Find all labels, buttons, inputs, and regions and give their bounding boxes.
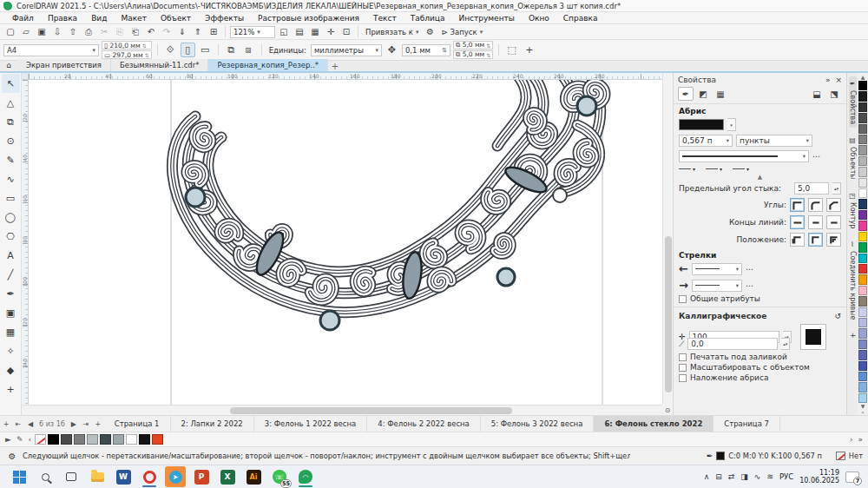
arrow-end-row-combo[interactable]: ▾	[692, 280, 742, 292]
fullscreen-preview-icon[interactable]: ◱	[277, 25, 291, 38]
palette-swatch-15[interactable]	[858, 242, 867, 252]
page-tab-5[interactable]: 6: Фелонь стекло 2022	[594, 416, 713, 432]
interactive-fill-tool[interactable]: ◆	[2, 360, 20, 379]
menu-item-6[interactable]: Растровые изображения	[251, 14, 366, 23]
tray-icon-2[interactable]: ⇄	[728, 472, 735, 481]
document-tab-2[interactable]: Резервная_копия_Резер..*	[208, 59, 328, 71]
scroll-ornament[interactable]	[218, 221, 241, 241]
doc-swatch-9[interactable]	[152, 434, 163, 445]
dimension-tool[interactable]: ╱	[2, 265, 20, 284]
palette-swatch-22[interactable]	[858, 318, 867, 327]
palette-swatch-23[interactable]	[858, 328, 867, 338]
pick-tool[interactable]: ↖	[2, 74, 20, 93]
arrow-end-row-more-button[interactable]: ⋯	[746, 281, 754, 290]
spinner-buttons[interactable]: ▴▾	[832, 182, 841, 195]
doc-swatch-3[interactable]	[74, 434, 85, 445]
pen-tool[interactable]: ✒	[2, 284, 20, 303]
zoom-corner-button[interactable]: ⊙	[662, 405, 673, 415]
palette-swatch-0[interactable]	[858, 81, 867, 90]
palette-swatch-18[interactable]	[858, 274, 867, 284]
task-view-button[interactable]	[61, 466, 82, 487]
horizontal-scrollbar[interactable]	[22, 405, 662, 415]
docker-tab-0[interactable]: ✒Свойства	[849, 76, 857, 128]
scroll-ornament[interactable]	[526, 112, 543, 132]
canvas-area[interactable]: 20406080100120140160180200220240260280 2…	[22, 73, 673, 415]
spinner-buttons[interactable]: ▴▾	[781, 338, 790, 350]
all-pages-button[interactable]: ⧉	[224, 43, 239, 57]
palette-scroll-up-icon[interactable]: ▲	[861, 74, 865, 80]
docker-add-button[interactable]: +	[849, 329, 857, 342]
options-gear-icon[interactable]: ⚙	[423, 25, 437, 38]
scroll-ornament[interactable]	[352, 267, 377, 294]
page-tab-2[interactable]: 3: Фелонь 1 2022 весна	[254, 416, 368, 432]
outline-overlap-checkbox[interactable]	[679, 374, 687, 382]
palette-swatch-8[interactable]	[858, 167, 867, 176]
horizontal-ruler[interactable]: 20406080100120140160180200220240260280	[29, 73, 662, 80]
scroll-ornament[interactable]	[423, 242, 444, 266]
doc-palette-expand[interactable]: »	[856, 435, 865, 444]
bead[interactable]	[497, 268, 515, 286]
page-tab-6[interactable]: Страница 7	[713, 416, 780, 432]
illustrator-button[interactable]: Ai	[243, 466, 264, 487]
palette-swatch-20[interactable]	[858, 296, 867, 306]
scroll-ornament[interactable]	[432, 272, 451, 287]
notification-center-button[interactable]: 7	[845, 472, 859, 483]
palette-swatch-1[interactable]	[858, 91, 867, 101]
powerpoint-button[interactable]: P	[191, 466, 212, 487]
language-indicator[interactable]: РУС	[779, 472, 793, 481]
welcome-screen-icon[interactable]: ⊡	[339, 25, 353, 38]
palette-swatch-13[interactable]	[858, 221, 867, 230]
dot-mini[interactable]: ▾	[733, 166, 749, 172]
start-button[interactable]	[9, 466, 30, 487]
undo-icon[interactable]: ↶	[144, 25, 158, 38]
collapse-chevron[interactable]: ▲	[674, 174, 846, 181]
miter-field[interactable]: 5,0	[794, 182, 829, 195]
palette-swatch-12[interactable]	[858, 210, 867, 220]
more-tools[interactable]: +	[2, 379, 20, 399]
doc-swatch-5[interactable]	[100, 434, 111, 445]
excel-button[interactable]: X	[217, 466, 238, 487]
dynamic-guides-icon[interactable]: ✛	[324, 25, 338, 38]
page-tab-3[interactable]: 4: Фелонь 2 2022 весна	[367, 416, 481, 432]
export-doc-icon[interactable]: ⇑	[191, 25, 205, 38]
add-toolbar-icon[interactable]: +	[522, 43, 536, 57]
add-page-button-right[interactable]: +	[92, 420, 104, 428]
clock[interactable]: 11:1910.06.2025	[799, 469, 839, 485]
show-grid-icon[interactable]: ▦	[308, 25, 322, 38]
doc-swatch-0[interactable]	[35, 434, 46, 445]
coreldraw-taskbar-button[interactable]: ◠	[295, 466, 316, 487]
palette-swatch-21[interactable]	[858, 307, 867, 317]
menu-item-10[interactable]: Окно	[522, 14, 556, 23]
menu-item-9[interactable]: Инструменты	[451, 14, 521, 23]
launch-combo[interactable]: ⊳Запуск▾	[438, 26, 485, 38]
new-tab-button[interactable]: +	[328, 62, 342, 71]
import-icon[interactable]: ⇩	[50, 25, 64, 38]
doc-palette-scroll-left[interactable]: ‹	[26, 435, 33, 444]
menu-item-11[interactable]: Справка	[556, 14, 605, 23]
docker-tab-1[interactable]: ▤Объекты	[849, 133, 857, 183]
tray-icon-4[interactable]: ∿	[754, 472, 761, 481]
ruler-origin[interactable]	[22, 73, 29, 80]
bevel-corner-button[interactable]	[826, 198, 841, 212]
duplicate-x-field[interactable]: ⧉ 5,0 мм⇅	[453, 41, 493, 49]
doc-swatch-1[interactable]	[48, 434, 59, 445]
fill-tab-icon[interactable]: ◩	[695, 87, 711, 101]
scroll-ornament[interactable]	[482, 188, 509, 214]
palette-swatch-10[interactable]	[858, 188, 867, 198]
connector-ring[interactable]	[553, 188, 567, 202]
reset-calligraphy-icon[interactable]: ↺	[834, 312, 841, 320]
arrow-start-row-more-button[interactable]: ⋯	[746, 265, 754, 274]
treat-as-filled-icon[interactable]: ⬚	[504, 43, 519, 57]
palette-swatch-2[interactable]	[858, 102, 867, 112]
menu-item-7[interactable]: Текст	[366, 14, 404, 23]
chevron-down-icon[interactable]: ▾	[727, 118, 736, 131]
paste-icon[interactable]: ⎗	[128, 25, 142, 38]
menu-item-2[interactable]: Вид	[84, 14, 114, 23]
palette-swatch-3[interactable]	[858, 113, 867, 122]
search-button[interactable]	[35, 466, 56, 487]
scroll-ornament[interactable]	[578, 143, 594, 162]
palette-swatch-24[interactable]	[858, 340, 867, 349]
menu-item-1[interactable]: Правка	[41, 14, 84, 23]
prev-page-button[interactable]: ◀	[24, 420, 36, 428]
vertical-scrollbar[interactable]	[662, 73, 673, 405]
